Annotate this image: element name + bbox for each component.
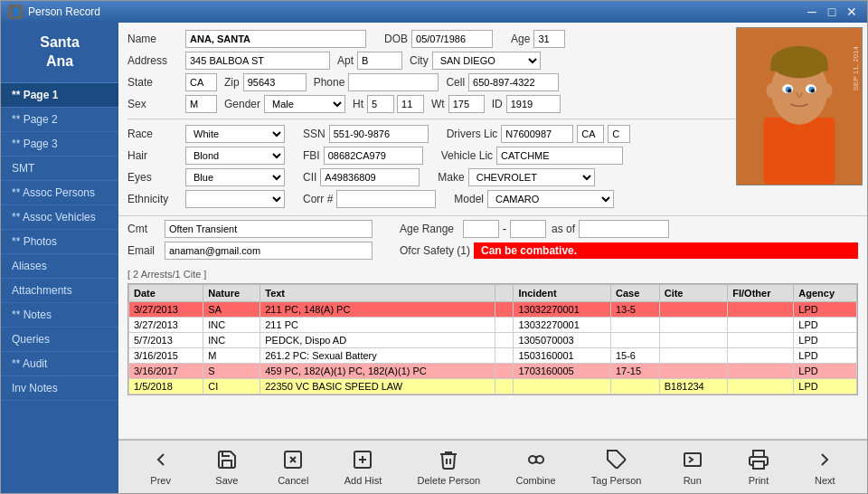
- eyes-field[interactable]: Blue: [185, 168, 285, 186]
- vehicle-lic-field[interactable]: [496, 147, 623, 165]
- table-row[interactable]: 3/16/2015 M 261.2 PC: Sexual Battery 150…: [129, 348, 857, 364]
- sidebar-item-page3[interactable]: ** Page 3: [1, 132, 118, 157]
- table-row[interactable]: 1/5/2018 CI 22350 VC BASIC SPEED LAW B18…: [129, 379, 857, 394]
- apt-field[interactable]: [357, 52, 402, 70]
- state-field[interactable]: [185, 73, 217, 91]
- print-button[interactable]: Print: [736, 445, 781, 489]
- cell-spacer: [495, 364, 514, 379]
- cii-field[interactable]: [320, 168, 420, 186]
- age-field[interactable]: [533, 30, 565, 48]
- sidebar-item-page1[interactable]: ** Page 1: [1, 83, 118, 108]
- drivers-lic-class[interactable]: [608, 125, 630, 143]
- city-field[interactable]: SAN DIEGO: [432, 52, 541, 70]
- ofcr-safety-value: Can be combative.: [474, 242, 858, 259]
- tag-person-button[interactable]: Tag Person: [584, 445, 649, 489]
- ethnicity-row: Ethnicity Corr # Model CAMARO: [127, 190, 858, 208]
- delete-person-button[interactable]: Delete Person: [410, 445, 488, 489]
- phone-field[interactable]: [348, 73, 439, 91]
- col-cite: Cite: [659, 285, 728, 302]
- tag-person-label: Tag Person: [591, 475, 642, 486]
- email-field[interactable]: [165, 242, 373, 260]
- cell-spacer: [495, 348, 514, 364]
- fbi-field[interactable]: [324, 147, 423, 165]
- sidebar: SantaAna ** Page 1 ** Page 2 ** Page 3 S…: [1, 23, 118, 493]
- maximize-button[interactable]: □: [824, 5, 840, 19]
- cell-text: 22350 VC BASIC SPEED LAW: [260, 379, 495, 394]
- svg-point-10: [788, 89, 791, 92]
- make-field[interactable]: CHEVROLET: [468, 168, 595, 186]
- cell-incident: 13032270001: [514, 318, 611, 333]
- save-button[interactable]: Save: [204, 445, 250, 489]
- table-row[interactable]: 3/16/2017 S 459 PC, 182(A)(1) PC, 182(A)…: [129, 364, 857, 379]
- col-fi-other: FI/Other: [728, 285, 794, 302]
- model-label: Model: [454, 193, 484, 205]
- sex-field[interactable]: [185, 95, 217, 113]
- table-row[interactable]: 3/27/2013 SA 211 PC, 148(A) PC 130322700…: [129, 302, 857, 318]
- sidebar-item-attachments[interactable]: Attachments: [1, 279, 118, 303]
- col-date: Date: [129, 285, 203, 302]
- cell-agency: LPD: [794, 364, 857, 379]
- model-field[interactable]: CAMARO: [487, 190, 614, 208]
- address-label: Address: [127, 54, 180, 67]
- sidebar-item-inv-notes[interactable]: Inv Notes: [1, 376, 118, 401]
- ssn-field[interactable]: [329, 125, 429, 143]
- age-range-dash: -: [503, 223, 506, 235]
- arrests-table: Date Nature Text Incident Case Cite FI/O…: [128, 284, 857, 394]
- cell-cite: [659, 333, 728, 348]
- name-field[interactable]: [185, 30, 366, 48]
- minimize-button[interactable]: ─: [804, 5, 820, 19]
- ethnicity-field[interactable]: [185, 190, 285, 208]
- wt-field[interactable]: [448, 95, 485, 113]
- address-field[interactable]: [185, 52, 330, 70]
- cancel-button[interactable]: Cancel: [270, 445, 316, 489]
- cell-fi-other: [728, 348, 794, 364]
- cell-date: 3/27/2013: [129, 302, 203, 318]
- cell-field[interactable]: [468, 73, 559, 91]
- cell-spacer: [495, 318, 514, 333]
- run-button[interactable]: Run: [670, 445, 715, 489]
- gender-field[interactable]: Male: [264, 95, 345, 113]
- cell-spacer: [495, 333, 514, 348]
- cell-case: [610, 379, 659, 394]
- sidebar-item-notes[interactable]: ** Notes: [1, 303, 118, 328]
- sidebar-item-photos[interactable]: ** Photos: [1, 230, 118, 254]
- sidebar-item-aliases[interactable]: Aliases: [1, 254, 118, 279]
- race-field[interactable]: White: [185, 125, 285, 143]
- table-row[interactable]: 5/7/2013 INC PEDCK, Dispo AD 1305070003 …: [129, 333, 857, 348]
- combine-button[interactable]: Combine: [509, 445, 563, 489]
- arrests-table-wrapper[interactable]: Date Nature Text Incident Case Cite FI/O…: [127, 283, 858, 395]
- age-range-to[interactable]: [510, 220, 546, 238]
- dob-field[interactable]: [411, 30, 493, 48]
- drivers-lic-field[interactable]: [501, 125, 573, 143]
- sidebar-item-page2[interactable]: ** Page 2: [1, 108, 118, 132]
- corr-field[interactable]: [336, 190, 436, 208]
- id-field[interactable]: [506, 95, 561, 113]
- age-range-as-of-field[interactable]: [579, 220, 669, 238]
- sidebar-item-audit[interactable]: ** Audit: [1, 352, 118, 376]
- sidebar-item-smt[interactable]: SMT: [1, 157, 118, 181]
- cell-nature: CI: [203, 379, 260, 394]
- cell-date: 5/7/2013: [129, 333, 203, 348]
- hair-field[interactable]: Blond: [185, 147, 285, 165]
- drivers-lic-state[interactable]: [577, 125, 604, 143]
- cell-case: 15-6: [610, 348, 659, 364]
- prev-button[interactable]: Prev: [138, 445, 184, 489]
- eyes-label: Eyes: [127, 171, 180, 184]
- add-hist-button[interactable]: Add Hist: [337, 445, 390, 489]
- ht1-field[interactable]: [367, 95, 394, 113]
- close-button[interactable]: ✕: [844, 5, 860, 19]
- ssn-label: SSN: [303, 128, 326, 140]
- cmt-field[interactable]: [165, 220, 373, 238]
- cell-spacer: [495, 379, 514, 394]
- cell-cite: [659, 318, 728, 333]
- zip-field[interactable]: [243, 73, 307, 91]
- sidebar-item-assoc-persons[interactable]: ** Assoc Persons: [1, 181, 118, 205]
- cell-agency: LPD: [794, 348, 857, 364]
- sidebar-item-queries[interactable]: Queries: [1, 328, 118, 352]
- age-range-from[interactable]: [463, 220, 499, 238]
- sidebar-item-assoc-vehicles[interactable]: ** Assoc Vehicles: [1, 205, 118, 230]
- next-button[interactable]: Next: [802, 445, 847, 489]
- table-row[interactable]: 3/27/2013 INC 211 PC 13032270001 LPD: [129, 318, 857, 333]
- svg-point-20: [529, 456, 536, 463]
- ht2-field[interactable]: [397, 95, 424, 113]
